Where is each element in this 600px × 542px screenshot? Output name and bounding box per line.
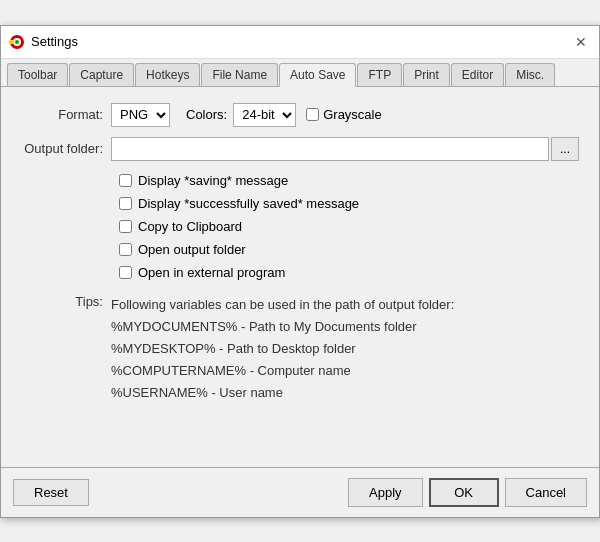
cb-external-program[interactable]	[119, 266, 132, 279]
tab-editor[interactable]: Editor	[451, 63, 504, 86]
tab-print[interactable]: Print	[403, 63, 450, 86]
reset-button[interactable]: Reset	[13, 479, 89, 506]
checkbox-copy-clipboard: Copy to Clipboard	[119, 219, 579, 234]
checkbox-open-folder: Open output folder	[119, 242, 579, 257]
browse-button[interactable]: ...	[551, 137, 579, 161]
format-label: Format:	[21, 107, 111, 122]
grayscale-checkbox[interactable]	[306, 108, 319, 121]
tips-label: Tips:	[21, 294, 111, 404]
format-select[interactable]: PNG JPG BMP GIF TIFF	[111, 103, 170, 127]
tab-bar: Toolbar Capture Hotkeys File Name Auto S…	[1, 59, 599, 87]
window-title: Settings	[31, 34, 78, 49]
tips-line-0: Following variables can be used in the p…	[111, 294, 454, 316]
output-folder-label: Output folder:	[21, 141, 111, 156]
format-row: Format: PNG JPG BMP GIF TIFF Colors: 24-…	[21, 103, 579, 127]
checkbox-saved-message: Display *successfully saved* message	[119, 196, 579, 211]
title-bar: Settings ✕	[1, 26, 599, 59]
tab-toolbar[interactable]: Toolbar	[7, 63, 68, 86]
settings-window: Settings ✕ Toolbar Capture Hotkeys File …	[0, 25, 600, 518]
output-folder-input[interactable]	[111, 137, 549, 161]
tips-line-3: %COMPUTERNAME% - Computer name	[111, 360, 454, 382]
colors-select[interactable]: 24-bit 8-bit 4-bit 1-bit	[233, 103, 296, 127]
close-button[interactable]: ✕	[571, 32, 591, 52]
checkbox-saving-message: Display *saving* message	[119, 173, 579, 188]
svg-rect-3	[9, 40, 14, 44]
cb-copy-clipboard-label: Copy to Clipboard	[138, 219, 242, 234]
cb-open-folder[interactable]	[119, 243, 132, 256]
title-bar-left: Settings	[9, 34, 78, 50]
output-folder-row: Output folder: ...	[21, 137, 579, 161]
svg-point-2	[15, 40, 19, 44]
cb-saving-message-label: Display *saving* message	[138, 173, 288, 188]
cb-saved-message-label: Display *successfully saved* message	[138, 196, 359, 211]
tab-autosave[interactable]: Auto Save	[279, 63, 356, 87]
colors-label: Colors:	[186, 107, 227, 122]
cb-saved-message[interactable]	[119, 197, 132, 210]
tab-ftp[interactable]: FTP	[357, 63, 402, 86]
tab-misc[interactable]: Misc.	[505, 63, 555, 86]
tips-content: Following variables can be used in the p…	[111, 294, 454, 404]
tab-capture[interactable]: Capture	[69, 63, 134, 86]
tab-filename[interactable]: File Name	[201, 63, 278, 86]
tips-section: Tips: Following variables can be used in…	[21, 294, 579, 404]
tips-line-2: %MYDESKTOP% - Path to Desktop folder	[111, 338, 454, 360]
grayscale-label: Grayscale	[323, 107, 382, 122]
footer: Reset Apply OK Cancel	[1, 467, 599, 517]
checkbox-external-program: Open in external program	[119, 265, 579, 280]
tips-line-4: %USERNAME% - User name	[111, 382, 454, 404]
grayscale-row: Grayscale	[306, 107, 382, 122]
cb-open-folder-label: Open output folder	[138, 242, 246, 257]
cb-saving-message[interactable]	[119, 174, 132, 187]
footer-right: Apply OK Cancel	[348, 478, 587, 507]
content-area: Format: PNG JPG BMP GIF TIFF Colors: 24-…	[1, 87, 599, 467]
ok-button[interactable]: OK	[429, 478, 499, 507]
tips-line-1: %MYDOCUMENTS% - Path to My Documents fol…	[111, 316, 454, 338]
apply-button[interactable]: Apply	[348, 478, 423, 507]
tab-hotkeys[interactable]: Hotkeys	[135, 63, 200, 86]
cb-copy-clipboard[interactable]	[119, 220, 132, 233]
app-icon	[9, 34, 25, 50]
cancel-button[interactable]: Cancel	[505, 478, 587, 507]
cb-external-program-label: Open in external program	[138, 265, 285, 280]
